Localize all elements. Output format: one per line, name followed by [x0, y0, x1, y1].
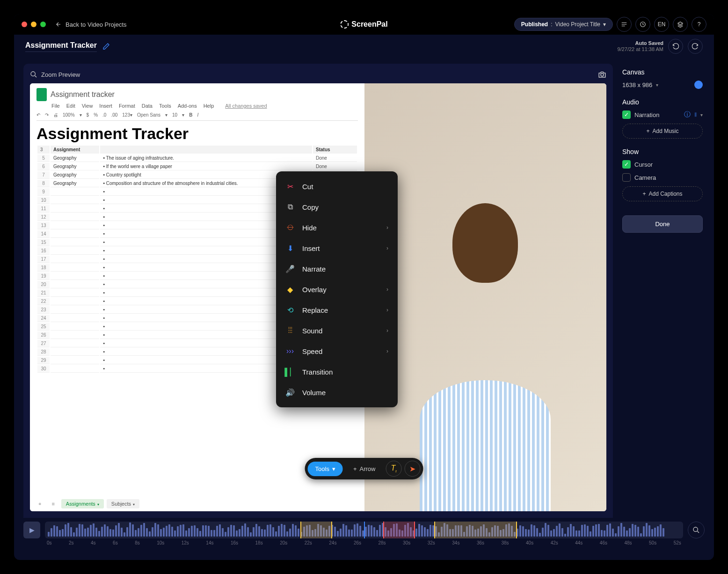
- question-icon: ?: [698, 21, 701, 28]
- selection-2[interactable]: [383, 522, 415, 538]
- tab-assignments[interactable]: Assignments▾: [61, 499, 104, 508]
- ctx-label: Speed: [302, 347, 322, 355]
- ctx-label: Overlay: [302, 286, 327, 294]
- svg-point-1: [31, 72, 35, 76]
- text-icon: Tt: [391, 464, 396, 473]
- hide-icon: ⦵: [285, 223, 295, 232]
- window-controls: [22, 22, 46, 27]
- sound-icon: ⦙⦙⦙: [285, 326, 295, 335]
- ctx-transition[interactable]: ▌▏Transition: [276, 361, 398, 382]
- sheet-tabs: + ≡ Assignments▾ Subjects▾: [35, 499, 139, 508]
- cursor-checkbox[interactable]: ✓: [622, 160, 631, 169]
- text-tool-button[interactable]: Tt: [386, 461, 401, 477]
- ctx-replace[interactable]: ⟲Replace›: [276, 300, 398, 320]
- volume-icon: 🔊: [285, 388, 295, 397]
- undo-button[interactable]: [668, 39, 683, 54]
- edit-title-button[interactable]: [102, 43, 110, 50]
- ctx-insert[interactable]: ⬇Insert›: [276, 238, 398, 258]
- history-icon: [640, 21, 646, 28]
- add-music-button[interactable]: +Add Music: [622, 124, 703, 139]
- ctx-label: Cut: [302, 183, 313, 191]
- cut-icon: ✂: [285, 182, 295, 191]
- floating-toolbar: Tools ▾ + Arrow Tt ➤: [305, 458, 423, 479]
- layers-button[interactable]: [673, 17, 688, 32]
- ctx-sound[interactable]: ⦙⦙⦙Sound›: [276, 320, 398, 341]
- chevron-right-icon: ›: [386, 327, 388, 334]
- camera-button[interactable]: [598, 70, 606, 79]
- ctx-narrate[interactable]: 🎤Narrate: [276, 258, 398, 279]
- history-button[interactable]: [635, 17, 650, 32]
- chevron-right-icon: ›: [386, 286, 388, 293]
- narrate-icon: 🎤: [285, 264, 295, 273]
- back-link[interactable]: Back to Video Projects: [55, 21, 127, 28]
- publish-title: Video Project Title: [555, 21, 601, 28]
- ctx-label: Hide: [302, 224, 317, 232]
- chevron-right-icon: ›: [386, 224, 388, 231]
- show-camera-label: Camera: [634, 174, 656, 181]
- add-captions-button[interactable]: +Add Captions: [622, 186, 703, 201]
- webcam-feed: [364, 83, 606, 511]
- ctx-label: Sound: [302, 327, 322, 335]
- zoom-label[interactable]: Zoom Preview: [41, 71, 80, 78]
- help-button[interactable]: ?: [692, 17, 706, 32]
- ctx-label: Volume: [302, 389, 326, 397]
- plus-icon: +: [642, 191, 646, 197]
- timeline: ▶ 0s2s4s6s8s10s12s14s16s18s20s22s24s26s2…: [14, 518, 714, 560]
- timeline-zoom-button[interactable]: [688, 522, 705, 538]
- magnify-icon[interactable]: [30, 71, 37, 78]
- tools-button[interactable]: Tools ▾: [308, 462, 343, 476]
- ctx-label: Narrate: [302, 265, 326, 273]
- arrow-left-icon: [55, 21, 62, 28]
- redo-button[interactable]: [688, 39, 703, 54]
- chevron-down-icon: ▾: [603, 21, 606, 28]
- ctx-volume[interactable]: 🔊Volume: [276, 382, 398, 403]
- side-panel: Canvas 1638 x 986 ▾ Audio ✓ Narration ⓘ …: [620, 64, 705, 518]
- preview-header: Zoom Preview: [30, 70, 606, 79]
- topbar: Back to Video Projects ScreenPal Publish…: [14, 14, 714, 35]
- list-button[interactable]: [617, 17, 632, 32]
- sheet-menu-btn[interactable]: ≡: [48, 499, 58, 508]
- back-label: Back to Video Projects: [66, 21, 127, 28]
- cursor-icon: ➤: [409, 464, 415, 473]
- timeline-track[interactable]: [45, 522, 683, 538]
- ctx-overlay[interactable]: ◆Overlay›: [276, 279, 398, 300]
- chevron-down-icon[interactable]: ▾: [700, 112, 703, 118]
- copy-icon: ⧉: [285, 202, 295, 212]
- ctx-hide[interactable]: ⦵Hide›: [276, 217, 398, 238]
- lang-text: EN: [658, 21, 666, 28]
- close-window[interactable]: [22, 22, 27, 27]
- sheet-toolbar: ↶↷🖨100%▾$%.0.00123▾ Open Sans▾10▾BI: [36, 110, 358, 121]
- ctx-cut[interactable]: ✂Cut: [276, 176, 398, 197]
- sheet-heading: Assignment Tracker: [36, 125, 358, 143]
- sheet-doc-title: Assignment tracker: [51, 90, 115, 99]
- ctx-copy[interactable]: ⧉Copy: [276, 197, 398, 217]
- selection-3[interactable]: [434, 522, 517, 538]
- sheet-menu: FileEditViewInsertFormatDataToolsAdd-ons…: [51, 103, 358, 109]
- canvas-color-picker[interactable]: [694, 81, 703, 89]
- done-button[interactable]: Done: [622, 215, 703, 233]
- camera-checkbox[interactable]: [622, 173, 631, 182]
- maximize-window[interactable]: [40, 22, 46, 27]
- insert-icon: ⬇: [285, 243, 295, 253]
- publish-dropdown[interactable]: Published: Video Project Title ▾: [514, 18, 613, 31]
- info-icon[interactable]: ⓘ: [684, 110, 691, 119]
- show-cursor-label: Cursor: [634, 161, 653, 168]
- ctx-speed[interactable]: ›››Speed›: [276, 341, 398, 361]
- sheets-icon: [36, 88, 47, 101]
- language-button[interactable]: EN: [654, 17, 669, 32]
- arrow-button[interactable]: + Arrow: [346, 462, 383, 476]
- chevron-down-icon[interactable]: ▾: [656, 82, 658, 88]
- add-sheet[interactable]: +: [35, 499, 45, 508]
- chevron-right-icon: ›: [386, 348, 388, 354]
- project-title[interactable]: Assignment Tracker: [25, 41, 97, 52]
- svg-point-3: [693, 527, 698, 531]
- play-button[interactable]: ▶: [23, 522, 40, 538]
- narration-checkbox[interactable]: ✓: [622, 110, 631, 119]
- minimize-window[interactable]: [31, 22, 36, 27]
- cursor-tool-button[interactable]: ➤: [404, 461, 420, 477]
- tab-subjects[interactable]: Subjects▾: [107, 499, 139, 508]
- selection-1[interactable]: [300, 522, 332, 538]
- playhead[interactable]: [364, 522, 365, 538]
- audio-level-icon[interactable]: ⦀: [694, 111, 697, 118]
- canvas-dimensions[interactable]: 1638 x 986: [622, 81, 652, 88]
